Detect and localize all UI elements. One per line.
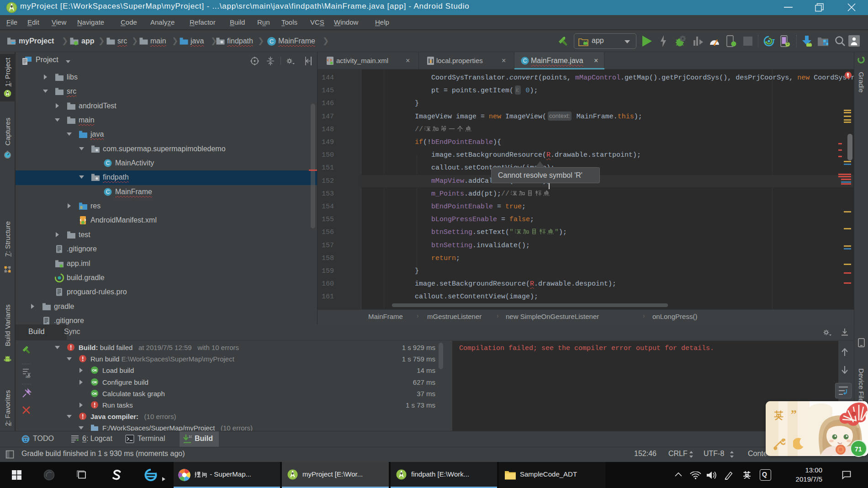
svg-text:OK: OK <box>92 392 97 396</box>
svg-text:C: C <box>106 160 110 166</box>
svg-text:C: C <box>270 38 274 45</box>
svg-text:OK: OK <box>92 380 97 384</box>
svg-text:101: 101 <box>189 435 192 439</box>
svg-text:C: C <box>106 189 110 195</box>
svg-text:C: C <box>523 58 527 64</box>
svg-text:OK: OK <box>92 368 97 372</box>
svg-text:ab: ab <box>26 374 30 378</box>
